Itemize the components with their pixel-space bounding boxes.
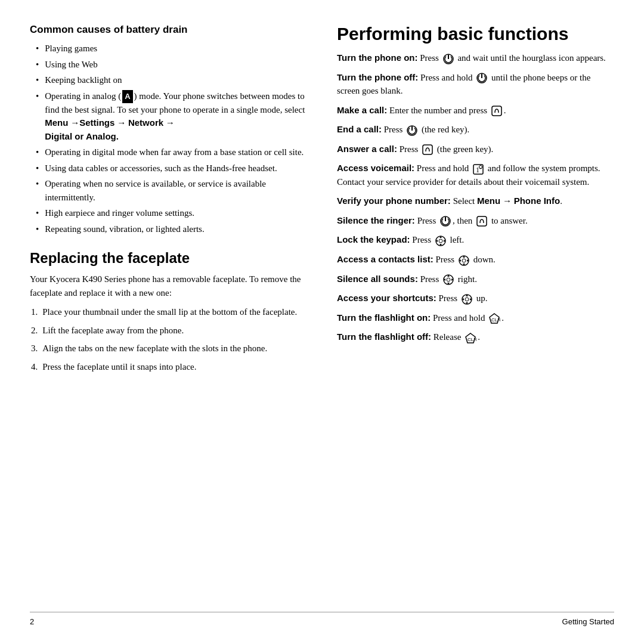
left-column: Common causes of battery drain Playing g…	[30, 24, 313, 606]
list-item-text: Operating in digital mode when far away …	[45, 145, 304, 159]
power-icon	[442, 53, 454, 65]
list-item-text: Operating when no service is available, …	[45, 177, 307, 204]
func-shortcuts: Access your shortcuts: Press up.	[337, 292, 614, 305]
replace-intro: Your Kyocera K490 Series phone has a rem…	[30, 273, 307, 299]
func-label: Silence all sounds:	[337, 274, 418, 284]
page: Common causes of battery drain Playing g…	[0, 0, 644, 644]
svg-point-21	[462, 259, 466, 262]
nav-icon3	[442, 274, 454, 286]
answer-key-icon	[422, 144, 434, 156]
svg-point-10	[479, 165, 482, 168]
content-area: Common causes of battery drain Playing g…	[30, 24, 614, 606]
list-item: Operating when no service is available, …	[30, 177, 307, 204]
func-label: End a call:	[337, 124, 382, 134]
func-lock-keypad: Lock the keypad: Press left.	[337, 233, 614, 247]
svg-point-27	[447, 278, 450, 281]
func-turn-off: Turn the phone off: Press and hold until…	[337, 71, 614, 98]
func-label: Access a contacts list:	[337, 254, 434, 264]
main-title: Performing basic functions	[337, 24, 614, 44]
right-column: Performing basic functions Turn the phon…	[331, 24, 614, 606]
list-item: Repeating sound, vibration, or lighted a…	[30, 222, 307, 236]
func-label: Verify your phone number:	[337, 196, 451, 206]
list-item-text: Playing games	[45, 42, 97, 55]
func-label: Turn the phone on:	[337, 52, 418, 63]
nav-icon	[435, 235, 447, 247]
nav-icon2	[458, 255, 470, 267]
func-make-call: Make a call: Enter the number and press …	[337, 104, 614, 117]
func-silence-all: Silence all sounds: Press right.	[337, 273, 614, 286]
replace-title: Replacing the faceplate	[30, 250, 307, 267]
list-item-text: Operating in analog (A) mode. Your phone…	[45, 89, 307, 144]
svg-point-33	[465, 298, 469, 301]
list-item-text: Lift the faceplate away from the phone.	[42, 324, 184, 338]
list-item: Place your thumbnail under the small lip…	[30, 305, 307, 319]
page-number: 2	[30, 617, 34, 626]
func-voicemail: Access voicemail: Press and hold 1 and f…	[337, 162, 614, 188]
func-label: Turn the flashlight off:	[337, 332, 431, 342]
battery-title: Common causes of battery drain	[30, 24, 307, 36]
list-item-text: Repeating sound, vibration, or lighted a…	[45, 222, 204, 236]
func-label: Access your shortcuts:	[337, 293, 436, 303]
red-key-icon	[406, 125, 418, 137]
list-item-text: Place your thumbnail under the small lip…	[42, 305, 297, 319]
list-item: Operating in analog (A) mode. Your phone…	[30, 89, 307, 144]
func-label: Turn the phone off:	[337, 72, 418, 82]
green-key-icon2	[476, 215, 488, 227]
func-flashlight-off: Turn the flashlight off: Release CLR.	[337, 330, 614, 344]
list-item-text: Using the Web	[45, 58, 98, 72]
func-label: Access voicemail:	[337, 163, 414, 173]
func-label: Silence the ringer:	[337, 215, 415, 225]
svg-text:CLR: CLR	[491, 317, 500, 323]
func-answer-call: Answer a call: Press (the green key).	[337, 143, 614, 156]
section-label: Getting Started	[562, 617, 614, 626]
list-item-text: Using data cables or accessories, such a…	[45, 162, 277, 175]
list-item-text: High earpiece and ringer volume settings…	[45, 206, 194, 220]
list-item-text: Press the faceplate until it snaps into …	[42, 360, 196, 374]
svg-text:CLR: CLR	[467, 337, 476, 342]
svg-rect-4	[492, 106, 501, 116]
func-end-call: End a call: Press (the red key).	[337, 123, 614, 137]
func-flashlight-on: Turn the flashlight on: Press and hold C…	[337, 311, 614, 325]
power-icon	[476, 72, 488, 84]
clr-icon: CLR	[488, 312, 500, 324]
list-item: Align the tabs on the new faceplate with…	[30, 342, 307, 355]
list-item: Press the faceplate until it snaps into …	[30, 360, 307, 374]
analog-icon: A	[122, 90, 132, 103]
list-item: High earpiece and ringer volume settings…	[30, 206, 307, 220]
footer: 2 Getting Started	[30, 612, 614, 626]
func-silence-ringer: Silence the ringer: Press , then to answ…	[337, 214, 614, 228]
list-item: Playing games	[30, 42, 307, 55]
nav-icon4	[461, 293, 473, 305]
battery-list: Playing games Using the Web Keeping back…	[30, 42, 307, 236]
func-verify-number: Verify your phone number: Select Menu → …	[337, 194, 614, 208]
voicemail-key-icon: 1	[472, 163, 484, 175]
svg-point-15	[439, 239, 442, 243]
func-contacts-list: Access a contacts list: Press down.	[337, 253, 614, 267]
list-item: Lift the faceplate away from the phone.	[30, 324, 307, 338]
func-turn-on: Turn the phone on: Press and wait until …	[337, 51, 614, 65]
list-item: Using data cables or accessories, such a…	[30, 162, 307, 175]
list-item-text: Keeping backlight on	[45, 73, 122, 87]
clr-icon2: CLR	[465, 332, 476, 344]
green-key-icon	[491, 105, 503, 117]
list-item: Operating in digital mode when far away …	[30, 145, 307, 159]
func-label: Answer a call:	[337, 144, 397, 154]
svg-rect-7	[423, 145, 432, 154]
list-item-text: Align the tabs on the new faceplate with…	[42, 342, 267, 355]
func-label: Make a call:	[337, 105, 387, 115]
svg-rect-13	[477, 216, 487, 226]
func-label: Turn the flashlight on:	[337, 312, 431, 323]
list-item: Keeping backlight on	[30, 73, 307, 87]
list-item: Using the Web	[30, 58, 307, 72]
power-icon2	[439, 215, 451, 227]
replace-steps: Place your thumbnail under the small lip…	[30, 305, 307, 373]
func-label: Lock the keypad:	[337, 234, 410, 244]
